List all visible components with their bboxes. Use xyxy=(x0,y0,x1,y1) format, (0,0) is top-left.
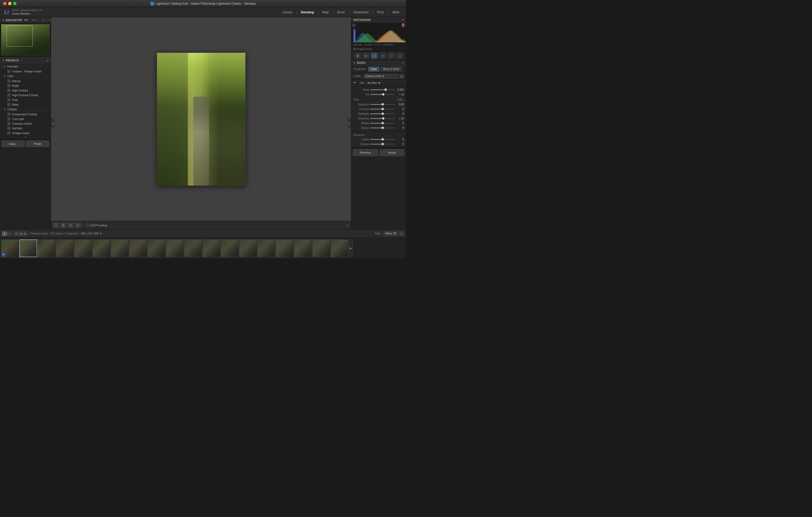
filmstrip-thumb-3[interactable] xyxy=(38,239,55,257)
window-controls[interactable] xyxy=(3,2,17,5)
minimize-button[interactable] xyxy=(8,2,11,5)
filmstrip-thumb-5[interactable] xyxy=(74,239,92,257)
dehaze-thumb[interactable] xyxy=(381,143,384,145)
nav-map[interactable]: Map xyxy=(320,9,331,15)
tint-slider[interactable] xyxy=(370,94,395,95)
preset-desaturated-contrast[interactable]: Desaturated Contrast xyxy=(0,112,51,117)
filmstrip-thumb-11[interactable] xyxy=(184,239,202,257)
adjustment-brush-tool[interactable]: — xyxy=(397,53,403,59)
nav-develop[interactable]: Develop xyxy=(298,9,317,15)
color-treatment-button[interactable]: Color xyxy=(368,67,379,71)
blacks-slider[interactable] xyxy=(370,127,395,128)
grid-view-btn[interactable]: 1 xyxy=(2,232,7,236)
exposure-slider[interactable] xyxy=(370,104,395,105)
nav-print[interactable]: Print xyxy=(374,9,387,15)
zoom-fit[interactable]: FIT xyxy=(24,19,29,22)
filmstrip-thumb-13[interactable] xyxy=(221,239,239,257)
nav-book[interactable]: Book xyxy=(335,9,348,15)
blacks-thumb[interactable] xyxy=(381,126,384,129)
dehaze-slider[interactable] xyxy=(370,144,395,145)
preset-cool-light[interactable]: Cool Light xyxy=(0,117,51,121)
preset-vintage-instant[interactable]: Vintage Instant xyxy=(0,131,51,135)
soft-proofing-label[interactable]: Soft Proofing xyxy=(90,224,107,227)
preset-high-contrast[interactable]: High Contrast xyxy=(0,88,51,93)
radial-filter-tool[interactable]: ○ xyxy=(388,53,395,59)
filmstrip-next-button[interactable]: ▶ xyxy=(349,239,353,257)
view-mode-button[interactable]: ⬛ xyxy=(53,223,59,228)
contrast-slider[interactable] xyxy=(370,109,395,110)
profile-grid-button[interactable]: ⊞ xyxy=(399,74,404,79)
soft-proofing-checkbox[interactable] xyxy=(86,224,89,227)
clarity-thumb[interactable] xyxy=(381,138,384,141)
preset-vivid[interactable]: Vivid xyxy=(0,97,51,102)
zoom-1to1[interactable]: 1:1 xyxy=(40,19,46,22)
loupe-view-btn[interactable]: 2 xyxy=(7,232,12,236)
filmstrip-thumb-17[interactable] xyxy=(294,239,312,257)
eyedropper-tool[interactable]: ✒ xyxy=(353,81,357,85)
next-arrow[interactable]: ▶ xyxy=(24,232,28,236)
original-photo-checkbox[interactable] xyxy=(353,48,356,51)
close-button[interactable] xyxy=(3,2,6,5)
filmstrip-thumb-1[interactable]: P xyxy=(1,239,19,257)
nav-slideshow[interactable]: Slideshow xyxy=(351,9,371,15)
collapse-right-panel-button[interactable]: ▶ xyxy=(347,118,351,129)
zoom-button[interactable]: ▼ xyxy=(68,223,74,228)
preset-bright[interactable]: Bright xyxy=(0,83,51,88)
histogram-header[interactable]: Histogram ▼ xyxy=(351,17,406,23)
temp-thumb[interactable] xyxy=(384,88,387,91)
grid-view-button[interactable]: ⊞ xyxy=(60,223,66,228)
filmstrip-thumb-8[interactable] xyxy=(129,239,147,257)
filmstrip-thumb-9[interactable] xyxy=(148,239,165,257)
nav-web[interactable]: Web xyxy=(390,9,402,15)
filmstrip-thumb-18[interactable] xyxy=(312,239,330,257)
reset-button[interactable]: Reset xyxy=(380,149,405,156)
filter-icon-button[interactable]: ⊞ xyxy=(399,232,404,236)
collapse-left-panel-button[interactable]: ◀ xyxy=(51,118,55,129)
filmstrip-thumb-7[interactable] xyxy=(111,239,129,257)
tint-thumb[interactable] xyxy=(382,93,384,96)
nav-library[interactable]: Library xyxy=(280,9,295,15)
filmstrip-thumb-12[interactable] xyxy=(202,239,220,257)
profile-select[interactable]: Camera Vivid v2 xyxy=(364,74,398,79)
maximize-button[interactable] xyxy=(13,2,17,5)
paste-button[interactable]: Paste xyxy=(26,141,49,147)
shadows-thumb[interactable] xyxy=(382,117,384,120)
preset-matte[interactable]: Matte xyxy=(0,102,51,107)
navigator-header[interactable]: ▼ Navigator FIT | FILL | 1:1 | 3:1 xyxy=(0,17,51,23)
creative-header[interactable]: ▼ Creative xyxy=(0,107,51,112)
zoom-3to1[interactable]: 3:1 xyxy=(48,19,51,22)
clarity-slider[interactable] xyxy=(370,139,395,140)
presets-add-button[interactable]: + xyxy=(47,58,49,62)
zoom-fill[interactable]: FILL xyxy=(32,19,38,22)
filmstrip-thumb-16[interactable] xyxy=(276,239,293,257)
whites-thumb[interactable] xyxy=(381,122,384,124)
shadows-slider[interactable] xyxy=(370,118,395,119)
wb-select[interactable]: As Shot Auto Daylight Cloudy Shade xyxy=(367,81,381,85)
preset-turquoise-red[interactable]: Turquoise & Red xyxy=(0,121,51,126)
auto-tone-button[interactable]: Auto xyxy=(396,98,404,101)
bw-treatment-button[interactable]: Black & White xyxy=(381,67,402,71)
grid-icon-btn[interactable]: ⊞ xyxy=(14,232,18,236)
color-header[interactable]: ▼ Color xyxy=(0,74,51,79)
filmstrip-thumb-4[interactable] xyxy=(56,239,74,257)
filmstrip-thumb-14[interactable] xyxy=(239,239,257,257)
copy-button[interactable]: Copy... xyxy=(2,141,25,147)
flag-button[interactable]: ▼ xyxy=(75,223,81,228)
spot-removal-tool[interactable]: ◎ xyxy=(363,53,369,59)
toolbar-expand-button[interactable]: ▼ xyxy=(346,224,349,227)
filename-link[interactable]: NZ6_2147.NEF xyxy=(81,232,99,235)
graduated-filter-tool[interactable]: ▭ xyxy=(380,53,386,59)
temp-slider[interactable] xyxy=(370,89,395,90)
contrast-thumb[interactable] xyxy=(381,108,384,110)
exposure-thumb[interactable] xyxy=(381,103,384,105)
favorites-header[interactable]: ▼ Favorites xyxy=(0,64,51,69)
filmstrip-thumb-10[interactable] xyxy=(166,239,184,257)
previous-button[interactable]: Previous xyxy=(353,149,378,156)
preset-item-vintage-instant[interactable]: Creative - Vintage Instant xyxy=(0,69,51,74)
presets-header[interactable]: ▼ Presets + xyxy=(0,57,51,64)
filmstrip-thumb-6[interactable] xyxy=(93,239,110,257)
preset-natural[interactable]: Natural xyxy=(0,79,51,83)
highlights-thumb[interactable] xyxy=(381,112,384,115)
preset-soft-mist[interactable]: Soft Mist xyxy=(0,126,51,131)
filmstrip-thumb-19[interactable] xyxy=(331,239,348,257)
